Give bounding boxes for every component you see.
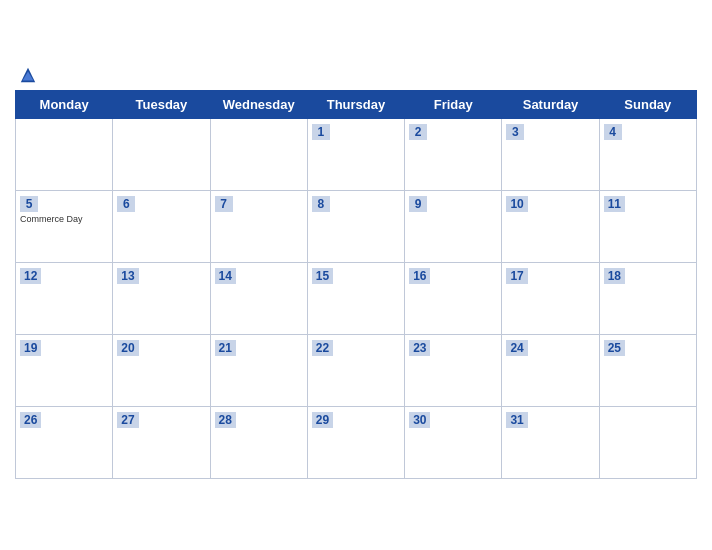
day-cell: 3 — [502, 119, 599, 191]
day-number: 15 — [312, 268, 333, 284]
day-number: 11 — [604, 196, 625, 212]
day-number: 29 — [312, 412, 333, 428]
day-number: 1 — [312, 124, 330, 140]
day-cell: 10 — [502, 191, 599, 263]
day-number: 16 — [409, 268, 430, 284]
day-number: 23 — [409, 340, 430, 356]
day-number: 19 — [20, 340, 41, 356]
day-number: 5 — [20, 196, 38, 212]
week-row-0: 1234 — [16, 119, 697, 191]
day-cell — [210, 119, 307, 191]
day-number: 21 — [215, 340, 236, 356]
day-number: 10 — [506, 196, 527, 212]
col-header-thursday: Thursday — [307, 91, 404, 119]
day-cell: 13 — [113, 263, 210, 335]
day-cell: 8 — [307, 191, 404, 263]
day-cell: 11 — [599, 191, 696, 263]
col-header-saturday: Saturday — [502, 91, 599, 119]
day-number: 18 — [604, 268, 625, 284]
day-cell: 4 — [599, 119, 696, 191]
day-number: 25 — [604, 340, 625, 356]
day-cell: 2 — [405, 119, 502, 191]
calendar-table: MondayTuesdayWednesdayThursdayFridaySatu… — [15, 90, 697, 479]
day-cell: 5Commerce Day — [16, 191, 113, 263]
day-number: 4 — [604, 124, 622, 140]
week-row-4: 262728293031 — [16, 407, 697, 479]
day-cell: 28 — [210, 407, 307, 479]
day-number: 7 — [215, 196, 233, 212]
day-cell: 18 — [599, 263, 696, 335]
day-cell: 14 — [210, 263, 307, 335]
day-number: 26 — [20, 412, 41, 428]
day-cell: 24 — [502, 335, 599, 407]
day-cell: 17 — [502, 263, 599, 335]
day-cell — [16, 119, 113, 191]
col-header-tuesday: Tuesday — [113, 91, 210, 119]
day-number: 9 — [409, 196, 427, 212]
day-number: 31 — [506, 412, 527, 428]
day-number: 2 — [409, 124, 427, 140]
logo-text — [15, 66, 37, 84]
day-number: 30 — [409, 412, 430, 428]
day-number: 22 — [312, 340, 333, 356]
day-cell: 9 — [405, 191, 502, 263]
day-number: 24 — [506, 340, 527, 356]
day-cell: 23 — [405, 335, 502, 407]
day-cell: 31 — [502, 407, 599, 479]
day-cell: 21 — [210, 335, 307, 407]
col-header-monday: Monday — [16, 91, 113, 119]
day-cell: 6 — [113, 191, 210, 263]
calendar-container: MondayTuesdayWednesdayThursdayFridaySatu… — [0, 56, 712, 494]
day-number: 14 — [215, 268, 236, 284]
day-cell: 25 — [599, 335, 696, 407]
day-cell — [113, 119, 210, 191]
col-header-friday: Friday — [405, 91, 502, 119]
header-row: MondayTuesdayWednesdayThursdayFridaySatu… — [16, 91, 697, 119]
day-cell — [599, 407, 696, 479]
col-header-wednesday: Wednesday — [210, 91, 307, 119]
day-cell: 12 — [16, 263, 113, 335]
day-cell: 29 — [307, 407, 404, 479]
logo-icon — [19, 66, 37, 84]
day-number: 8 — [312, 196, 330, 212]
day-number: 27 — [117, 412, 138, 428]
day-number: 6 — [117, 196, 135, 212]
day-cell: 30 — [405, 407, 502, 479]
day-cell: 1 — [307, 119, 404, 191]
day-cell: 7 — [210, 191, 307, 263]
day-cell: 15 — [307, 263, 404, 335]
day-cell: 19 — [16, 335, 113, 407]
week-row-1: 5Commerce Day67891011 — [16, 191, 697, 263]
day-number: 20 — [117, 340, 138, 356]
week-row-3: 19202122232425 — [16, 335, 697, 407]
day-cell: 16 — [405, 263, 502, 335]
day-number: 28 — [215, 412, 236, 428]
day-cell: 20 — [113, 335, 210, 407]
calendar-header — [15, 66, 697, 84]
day-cell: 26 — [16, 407, 113, 479]
day-number: 3 — [506, 124, 524, 140]
day-number: 12 — [20, 268, 41, 284]
day-cell: 27 — [113, 407, 210, 479]
week-row-2: 12131415161718 — [16, 263, 697, 335]
day-cell: 22 — [307, 335, 404, 407]
day-number: 13 — [117, 268, 138, 284]
holiday-label: Commerce Day — [20, 214, 108, 224]
logo-area — [15, 66, 37, 84]
col-header-sunday: Sunday — [599, 91, 696, 119]
day-number: 17 — [506, 268, 527, 284]
